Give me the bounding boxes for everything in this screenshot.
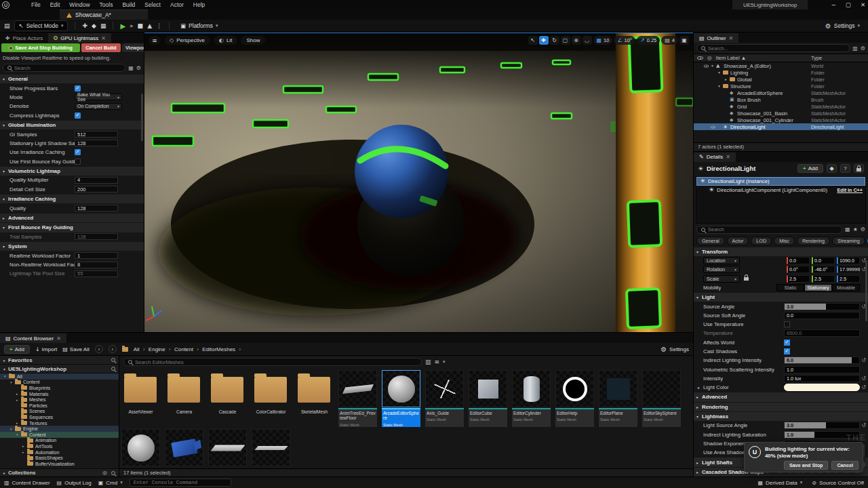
z-value-field[interactable]: 2.5 [837, 275, 860, 283]
menu-item[interactable]: File [31, 1, 41, 8]
details-search[interactable] [696, 226, 842, 234]
item-label-column[interactable]: Item Label ▲ [716, 55, 747, 61]
reset-to-default-icon[interactable]: ↺ [861, 422, 866, 428]
setting-row[interactable]: Denoise ✓ On Completion On Completion▾ [0, 102, 144, 110]
tree-folder-row[interactable]: Blueprints [0, 385, 119, 391]
setting-row[interactable]: Lightmap Tile Pool Size ✓ 55 55▾ [0, 269, 144, 278]
setting-row[interactable]: Use Irradiance Caching ✓ ▾ [0, 148, 144, 157]
setting-row[interactable]: Quality Multiplier ✓ 4 4▾ [0, 176, 144, 184]
gear-icon[interactable]: ⚙ [136, 65, 141, 71]
close-tab-icon[interactable]: ✕ [726, 154, 730, 160]
mobility-movable-button[interactable]: Movable [832, 284, 860, 291]
outliner-row[interactable]: Showcase_001_Cylinder StaticMeshActor [694, 117, 868, 123]
search-icon[interactable] [111, 367, 115, 371]
help-icon[interactable]: ? [840, 164, 850, 173]
outliner-search-input[interactable] [708, 45, 845, 52]
add-button[interactable]: +Add [4, 345, 30, 354]
outliner-row[interactable]: Lighting Folder [694, 69, 868, 76]
tab-details[interactable]: ✎ Details ✕ [694, 152, 736, 162]
outliner-row[interactable]: Grid StaticMeshActor [694, 103, 868, 110]
checkbox[interactable]: ✓ [75, 85, 81, 92]
property-row[interactable]: Transform [694, 247, 868, 256]
play-options-kebab-icon[interactable]: ⋮ [156, 22, 162, 29]
back-button[interactable]: ‹ [95, 345, 103, 353]
asset-tile[interactable]: ArcadeEditorSphere Static Mesh [382, 370, 420, 427]
tab-place-actors[interactable]: ✚ Place Actors [0, 33, 48, 43]
checkbox[interactable]: ✓ [784, 348, 790, 354]
lock-details-icon[interactable] [854, 164, 864, 173]
tree-folder-row[interactable]: Animation [0, 438, 119, 444]
scale-lock-icon[interactable] [744, 275, 749, 282]
value-field[interactable]: 8 [75, 262, 118, 268]
grid-snap-toggle[interactable]: ▦10 [593, 36, 613, 45]
console-command-input[interactable] [130, 479, 231, 487]
content-browser-settings[interactable]: ⚙ Settings [660, 346, 689, 353]
asset-search[interactable] [123, 358, 422, 366]
property-row[interactable]: Light [694, 293, 868, 302]
maximize-viewport-icon[interactable]: ▣ [679, 36, 689, 45]
setting-row[interactable]: System ✓ ▾ [0, 242, 144, 251]
source-control-button[interactable]: ⊘ Source Control Off [812, 480, 864, 486]
rotate-tool-icon[interactable]: ↻ [550, 36, 559, 45]
visibility-eye-icon[interactable] [703, 64, 711, 68]
asset-tile[interactable] [121, 429, 160, 466]
close-button[interactable]: ✕ [861, 1, 865, 8]
play-button[interactable]: ▶ [120, 22, 125, 30]
property-row[interactable]: Cast Shadows [694, 347, 868, 356]
property-row[interactable]: Advanced [694, 392, 868, 401]
filter-chip[interactable]: General [696, 237, 725, 245]
cancel-build-button[interactable]: Cancel Build [81, 43, 121, 52]
detail-view-icon[interactable]: ▦ [845, 226, 850, 232]
dropdown[interactable]: On Completion▾ [75, 103, 122, 110]
detail-view-icon[interactable]: ▦ [128, 65, 134, 71]
save-all-button[interactable]: ▤Save All [62, 346, 89, 352]
tree-folder-row[interactable]: BufferVisualization [0, 461, 119, 467]
breadcrumb-item[interactable]: Engine [149, 346, 165, 352]
viewport-3d[interactable]: ≡ ◇Perspective ◐Lit Show ↖ ✚ ↻ ▢ ⊕ ◡ ▦10… [144, 33, 693, 332]
property-row[interactable]: Source Angle [694, 302, 868, 310]
asset-tile[interactable]: Camera [165, 370, 203, 427]
add-actor-icon[interactable]: ✚ [82, 22, 87, 29]
reset-to-default-icon[interactable]: ↺ [861, 357, 866, 363]
checkbox[interactable]: ✓ [784, 340, 790, 346]
outliner-row[interactable]: Global Folder [694, 76, 868, 83]
property-row[interactable]: Scale 2.5 2.5 2.5 [694, 274, 868, 283]
save-search-icon[interactable]: ▥ [425, 359, 431, 365]
y-value-field[interactable]: 2.5 [812, 275, 835, 283]
setting-row[interactable]: Advanced ✓ ▾ [0, 214, 144, 222]
setting-row[interactable]: General ✓ ▾ [0, 75, 144, 83]
value-field[interactable]: 3.0 [784, 303, 860, 310]
outliner-row[interactable]: Showcase_001_Basin StaticMeshActor [694, 110, 868, 117]
property-row[interactable]: Light Source Angle [694, 421, 868, 430]
cinematics-icon[interactable]: ▦ [100, 22, 106, 29]
add-collection-icon[interactable]: ◎ [102, 470, 107, 476]
mobility-stationary-button[interactable]: Stationary [804, 284, 832, 291]
tree-folder-row[interactable]: Engine [0, 426, 119, 432]
toast-cancel-button[interactable]: Cancel [831, 461, 859, 470]
outliner-row[interactable]: Structure Folder [694, 83, 868, 89]
property-row[interactable]: Temperature [694, 329, 868, 338]
outliner-search[interactable] [696, 44, 850, 52]
type-column[interactable]: Type [811, 55, 868, 61]
search-icon[interactable] [111, 358, 115, 362]
menu-item[interactable]: Actor [170, 1, 184, 8]
setting-row[interactable]: Quality ✓ 128 128▾ [0, 203, 144, 212]
camera-speed-control[interactable]: ▤4 [661, 36, 678, 45]
filter-chip[interactable]: LOD [751, 237, 772, 245]
skip-button[interactable]: » [130, 22, 134, 29]
z-value-field[interactable]: 1090.0 [837, 257, 860, 264]
setting-row[interactable]: Global Illumination ✓ ▾ [0, 121, 144, 129]
menu-item[interactable]: Window [69, 1, 90, 8]
value-field[interactable]: 512 [75, 131, 118, 138]
output-log-button[interactable]: ▤ Output Log [57, 480, 92, 486]
asset-tile[interactable] [165, 429, 203, 466]
checkbox[interactable]: ✓ [75, 159, 81, 165]
viewport-realtime-button[interactable]: Viewport Realt [122, 43, 144, 52]
new-folder-icon[interactable]: ▥ [852, 45, 858, 52]
view-mode-dropdown[interactable]: ◐Lit [214, 36, 237, 45]
filter-chip[interactable]: Streaming [832, 237, 865, 245]
derived-data-button[interactable]: ▦ Derived Data ▾ [757, 480, 802, 486]
property-row[interactable]: Indirect Lighting Saturation [694, 430, 868, 439]
favorites-star-icon[interactable]: ★ [853, 226, 858, 232]
minimize-button[interactable]: − [831, 1, 836, 8]
